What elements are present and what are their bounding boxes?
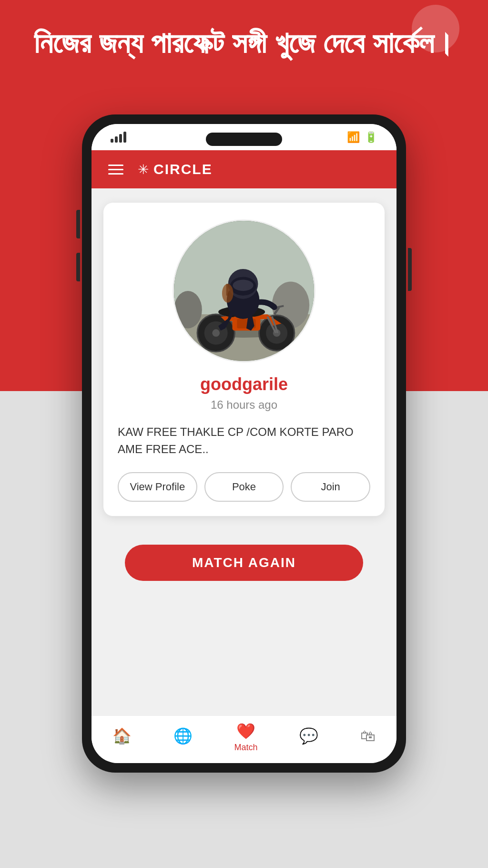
- side-button-vol-up: [76, 210, 80, 238]
- bottom-navigation: 🏠 🌐 ❤️ Match 💬 🛍: [92, 715, 396, 763]
- svg-point-23: [233, 279, 253, 291]
- avatar-image: [174, 221, 314, 361]
- home-icon: 🏠: [112, 727, 132, 745]
- time-ago: 16 hours ago: [211, 398, 277, 412]
- join-button[interactable]: Join: [291, 472, 370, 502]
- svg-point-4: [174, 291, 202, 328]
- hero-title: নিজের জন্য পারফেক্ট সঙ্গী খুজে দেবে সার্…: [29, 24, 459, 62]
- phone-screen: 📶 🔋 ✳ CIRCLE: [92, 124, 396, 763]
- match-again-button[interactable]: MATCH AGAIN: [125, 545, 363, 581]
- battery-icon: 🔋: [365, 131, 377, 144]
- app-logo: ✳ CIRCLE: [138, 161, 213, 177]
- phone-mockup: 📶 🔋 ✳ CIRCLE: [82, 114, 406, 773]
- nav-match-label: Match: [234, 743, 257, 753]
- nav-globe[interactable]: 🌐: [173, 727, 193, 747]
- hamburger-line-1: [108, 165, 123, 166]
- signal-bar-2: [115, 136, 118, 143]
- action-buttons: View Profile Poke Join: [118, 472, 370, 502]
- nav-chat[interactable]: 💬: [299, 727, 318, 747]
- avatar: [174, 221, 314, 361]
- app-header: ✳ CIRCLE: [92, 150, 396, 188]
- heart-icon: ❤️: [236, 722, 255, 740]
- main-content: goodgarile 16 hours ago KAW FREE THAKLE …: [92, 188, 396, 715]
- view-profile-button[interactable]: View Profile: [118, 472, 197, 502]
- content-area: goodgarile 16 hours ago KAW FREE THAKLE …: [92, 188, 396, 530]
- status-right-icons: 📶 🔋: [347, 131, 377, 144]
- poke-button[interactable]: Poke: [204, 472, 284, 502]
- hamburger-line-3: [108, 173, 123, 175]
- globe-icon: 🌐: [173, 727, 193, 745]
- signal-indicator: [111, 132, 126, 143]
- logo-text: CIRCLE: [153, 161, 213, 177]
- signal-bar-4: [123, 132, 126, 143]
- profile-bio: KAW FREE THAKLE CP /COM KORTE PARO AME F…: [118, 424, 370, 458]
- menu-button[interactable]: [108, 165, 123, 175]
- signal-bar-3: [119, 134, 122, 143]
- nav-match[interactable]: ❤️ Match: [234, 722, 257, 753]
- side-button-vol-down: [76, 253, 80, 281]
- match-again-section: MATCH AGAIN: [92, 530, 396, 595]
- bag-icon: 🛍: [360, 727, 376, 745]
- profile-card: goodgarile 16 hours ago KAW FREE THAKLE …: [103, 203, 385, 516]
- hero-section: নিজের জন্য পারফেক্ট সঙ্গী খুজে দেবে সার্…: [0, 14, 488, 72]
- svg-rect-25: [226, 284, 229, 296]
- svg-point-8: [212, 329, 220, 337]
- side-button-power: [408, 248, 412, 291]
- wifi-icon: 📶: [347, 131, 360, 144]
- chat-icon: 💬: [299, 727, 318, 745]
- notch: [206, 133, 282, 146]
- signal-bar-1: [111, 139, 113, 143]
- nav-home[interactable]: 🏠: [112, 727, 132, 747]
- nav-bag[interactable]: 🛍: [360, 727, 376, 747]
- logo-icon: ✳: [138, 162, 149, 177]
- avatar-container: [173, 219, 315, 362]
- username: goodgarile: [200, 374, 288, 394]
- hamburger-line-2: [108, 169, 123, 170]
